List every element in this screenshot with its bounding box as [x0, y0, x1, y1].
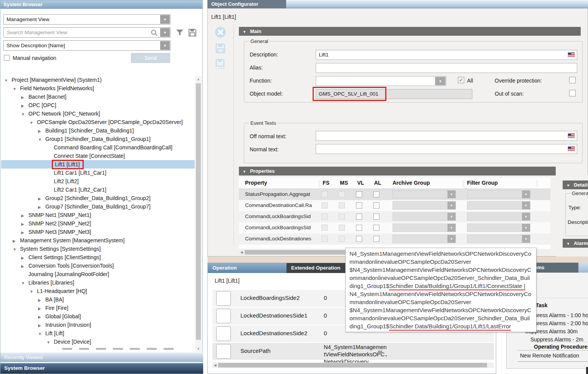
column-archive-group[interactable]: Archive Group — [393, 180, 430, 186]
language-flag-icon[interactable] — [568, 53, 575, 57]
expanded-arrow-icon[interactable]: ▼ — [13, 245, 20, 254]
tree-item[interactable]: ▼Project [ManagementView] (System1) — [1, 76, 195, 84]
system-browser-title[interactable]: System Browser — [0, 0, 202, 9]
collapsed-arrow-icon[interactable]: ▶ — [21, 220, 28, 228]
filter-group-dropdown[interactable]: ▼ — [467, 190, 530, 199]
chevron-down-icon[interactable]: ▼ — [447, 190, 455, 198]
send-button[interactable]: Send — [131, 53, 170, 63]
tree-item[interactable]: ▼Field Networks [FieldNetworks] — [1, 84, 195, 93]
chevron-down-icon[interactable]: ▼ — [522, 190, 530, 198]
normal-text-field[interactable] — [316, 144, 577, 154]
tree-item[interactable]: ▼L1-Headquarter [HQ] — [1, 287, 195, 295]
tree-item[interactable]: Connect State [ConnectState] — [1, 152, 195, 160]
scroll-up-icon[interactable]: ▲ — [195, 78, 202, 81]
tree-item[interactable]: Lift1 [Lift1] — [1, 160, 195, 169]
filter-icon[interactable] — [175, 28, 185, 38]
tree-item[interactable]: ▼Group1 [Schindler_Data_Building1_Group1… — [1, 135, 195, 143]
override-protection-checkbox[interactable] — [569, 77, 576, 83]
expanded-arrow-icon[interactable]: ▼ — [21, 110, 28, 119]
collapsed-arrow-icon[interactable]: ▶ — [38, 296, 45, 304]
collapsed-arrow-icon[interactable]: ▶ — [21, 93, 28, 102]
tree-item[interactable]: ▶Fire [Fire] — [1, 304, 195, 312]
expanded-arrow-icon[interactable]: ▼ — [13, 85, 20, 93]
tree-item[interactable]: ▶Building1 [Schindler_Data_Building1] — [1, 126, 195, 135]
operation-command-button[interactable] — [216, 291, 231, 306]
expanded-arrow-icon[interactable]: ▼ — [38, 136, 45, 144]
tree-item[interactable]: ▶Management System [ManagementSystem] — [1, 236, 195, 245]
operation-command-button[interactable] — [216, 344, 231, 359]
expanded-arrow-icon[interactable]: ▼ — [46, 338, 54, 347]
display-mode-combobox[interactable]: Show Description [Name] ▼ — [3, 40, 171, 51]
column-property[interactable]: Property — [245, 180, 267, 186]
collapsed-arrow-icon[interactable]: ▶ — [21, 102, 28, 110]
off-normal-text-field[interactable] — [316, 131, 577, 141]
search-options-chevron-icon[interactable]: ▼ — [160, 28, 170, 37]
column-ms[interactable]: MS — [340, 180, 348, 186]
column-vl[interactable]: VL — [357, 180, 364, 186]
chevron-down-icon[interactable]: ▼ — [160, 15, 170, 24]
tree-item[interactable]: ▶Client Settings [ClientSettings] — [1, 253, 195, 261]
tree-item[interactable]: ▼OPC Network [OPC_Network] — [1, 109, 195, 118]
search-input[interactable]: Search Management View ▼ — [3, 27, 171, 38]
archive-group-dropdown[interactable]: ▼ — [393, 190, 456, 199]
save-search-icon[interactable] — [187, 28, 197, 38]
discard-changes-icon[interactable] — [214, 26, 227, 38]
tree-item[interactable]: ▼Lift [Lift] — [1, 329, 195, 338]
operation-hscrollbar[interactable]: ◀ — [212, 362, 494, 368]
chevron-down-icon[interactable]: ▼ — [447, 235, 455, 243]
expand-icon[interactable] — [378, 351, 382, 355]
chevron-down-icon[interactable]: ▼ — [435, 77, 446, 85]
save-as-icon[interactable] — [215, 58, 227, 70]
expanded-arrow-icon[interactable]: ▼ — [30, 288, 37, 296]
tree-item[interactable]: Lift1 Car1 [Lift1_Car1] — [1, 169, 195, 177]
collapsed-arrow-icon[interactable]: ▶ — [38, 195, 45, 203]
vl-checkbox[interactable] — [356, 236, 362, 242]
scroll-left-icon[interactable]: ◀ — [239, 250, 244, 255]
filter-group-dropdown[interactable]: ▼ — [467, 235, 530, 243]
property-row[interactable]: CommandLockDestinationes▼▼ — [239, 233, 550, 245]
filter-group-dropdown[interactable]: ▼ — [467, 201, 530, 210]
scrollbar-thumb[interactable] — [196, 83, 201, 340]
recently-viewed-bar[interactable]: Recently Viewed — [0, 352, 203, 362]
scrollbar-thumb[interactable] — [218, 363, 487, 367]
chevron-down-icon[interactable]: ▼ — [522, 202, 530, 209]
main-section-header[interactable]: ▼Main — [239, 27, 581, 36]
tree-item[interactable]: ▼System Settings [SystemSettings] — [1, 245, 195, 253]
out-of-scan-checkbox[interactable] — [569, 90, 576, 96]
chevron-down-icon[interactable]: ▼ — [160, 41, 170, 50]
expanded-arrow-icon[interactable]: ▼ — [243, 170, 246, 174]
archive-group-dropdown[interactable]: ▼ — [393, 201, 456, 210]
system-browser-bar[interactable]: System Browser — [0, 363, 203, 374]
tree-item[interactable]: Lift2 Car1 [Lift2_Car1] — [1, 185, 195, 194]
related-item[interactable]: Suppress Alarms - 2m — [530, 336, 583, 343]
scroll-left-icon[interactable]: ◀ — [212, 362, 218, 368]
collapsed-arrow-icon[interactable]: ▶ — [38, 304, 45, 313]
language-flag-icon[interactable] — [568, 147, 575, 151]
al-checkbox[interactable] — [373, 202, 379, 209]
tree-item[interactable]: ▶Conversion Tools [ConversionTools] — [1, 261, 195, 270]
view-selector-combobox[interactable]: Management View ▼ — [3, 14, 171, 25]
tree-item[interactable]: ▶OPC [OPC] — [1, 101, 195, 109]
property-row[interactable]: CommandLockBoardingsSid▼▼ — [239, 222, 550, 233]
tree-item[interactable]: ▶Intrusion [Intrusion] — [1, 321, 195, 329]
operation-command-button[interactable] — [216, 309, 231, 323]
al-checkbox[interactable] — [373, 225, 379, 231]
properties-section-header[interactable]: ▼Properties — [239, 167, 556, 175]
collapsed-arrow-icon[interactable]: ▶ — [38, 127, 45, 136]
related-item[interactable]: New Remote Notification — [520, 352, 579, 359]
tab-operation[interactable]: Operation — [208, 263, 287, 273]
manual-navigation-checkbox[interactable] — [4, 55, 10, 61]
save-icon[interactable] — [215, 43, 226, 54]
function-combobox[interactable]: ▼ — [316, 76, 446, 86]
filter-group-dropdown[interactable]: ▼ — [467, 212, 530, 221]
chevron-down-icon[interactable]: ▼ — [447, 202, 455, 209]
expanded-arrow-icon[interactable]: ▼ — [30, 119, 37, 127]
expanded-arrow-icon[interactable]: ▼ — [4, 76, 12, 85]
collapsed-arrow-icon[interactable]: ▶ — [21, 254, 28, 262]
chevron-down-icon[interactable]: ▼ — [522, 224, 530, 232]
column-fs[interactable]: FS — [323, 180, 330, 186]
collapsed-arrow-icon[interactable]: ▶ — [38, 203, 45, 212]
chevron-down-icon[interactable]: ▼ — [522, 213, 530, 220]
vl-checkbox[interactable] — [356, 225, 362, 231]
chevron-down-icon[interactable]: ▼ — [447, 224, 455, 232]
